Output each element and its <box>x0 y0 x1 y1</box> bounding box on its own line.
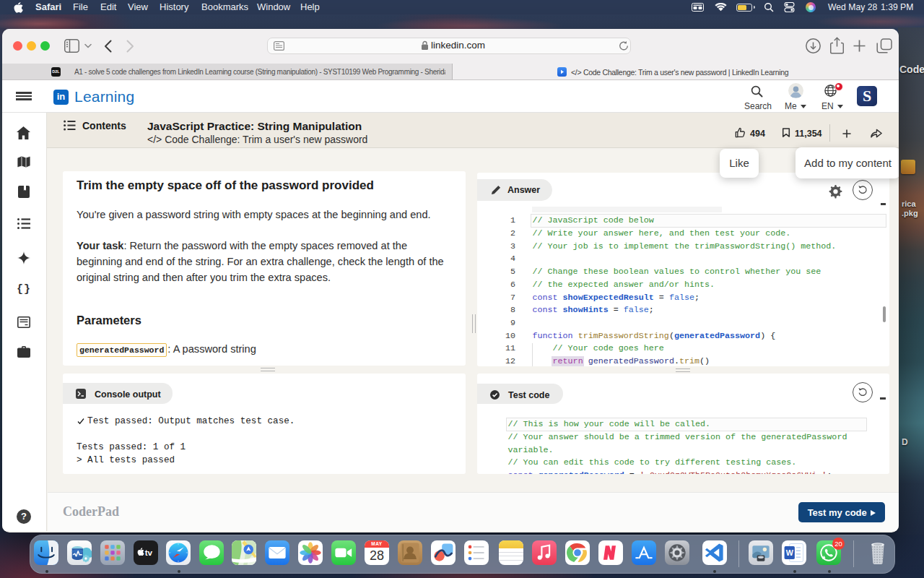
svg-text:tv: tv <box>145 548 153 557</box>
svg-text:W: W <box>786 548 794 557</box>
